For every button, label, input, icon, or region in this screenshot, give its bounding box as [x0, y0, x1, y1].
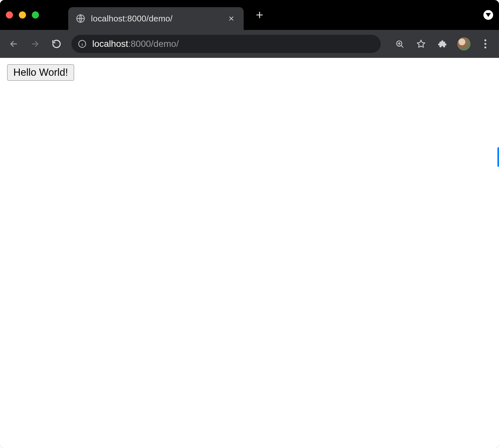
- toolbar-right-group: [393, 37, 492, 50]
- site-info-icon[interactable]: [78, 40, 86, 48]
- browser-window: localhost:8000/demo/: [0, 0, 499, 448]
- globe-icon: [76, 14, 85, 23]
- url-path: :8000/demo/: [128, 39, 179, 49]
- new-tab-button[interactable]: [253, 8, 266, 22]
- svg-marker-6: [417, 40, 425, 47]
- address-bar[interactable]: localhost:8000/demo/: [71, 35, 381, 53]
- reload-button[interactable]: [50, 37, 63, 50]
- hello-world-button[interactable]: Hello World!: [7, 64, 74, 81]
- bookmark-star-icon[interactable]: [415, 37, 428, 50]
- svg-marker-1: [486, 13, 491, 17]
- extensions-puzzle-icon[interactable]: [436, 37, 449, 50]
- tab-strip: localhost:8000/demo/: [0, 0, 499, 30]
- window-minimize-button[interactable]: [19, 11, 26, 19]
- profile-avatar[interactable]: [457, 37, 470, 50]
- page-content: Hello World!: [0, 58, 499, 448]
- browser-tab[interactable]: localhost:8000/demo/: [68, 7, 244, 30]
- close-tab-button[interactable]: [227, 14, 236, 23]
- window-controls: [6, 11, 39, 19]
- account-dropdown-icon[interactable]: [483, 10, 493, 20]
- url-text: localhost:8000/demo/: [92, 39, 179, 49]
- url-host: localhost: [92, 39, 128, 49]
- window-maximize-button[interactable]: [32, 11, 39, 19]
- nav-forward-button[interactable]: [29, 37, 42, 50]
- window-close-button[interactable]: [6, 11, 13, 19]
- browser-toolbar: localhost:8000/demo/: [0, 30, 499, 58]
- zoom-icon[interactable]: [393, 37, 406, 50]
- nav-back-button[interactable]: [7, 37, 20, 50]
- tab-title: localhost:8000/demo/: [91, 14, 221, 24]
- menu-kebab-icon[interactable]: [479, 37, 492, 50]
- scrollbar-indicator: [497, 147, 499, 167]
